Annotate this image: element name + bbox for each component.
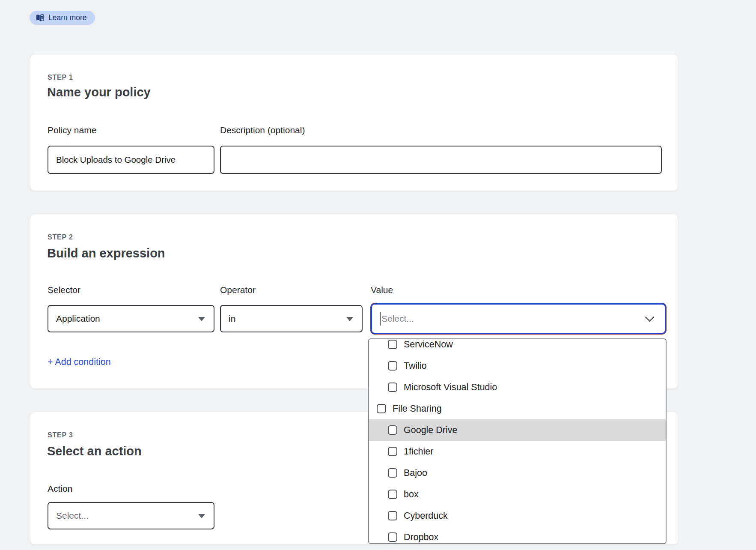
option-label: Dropbox: [404, 532, 438, 543]
checkbox[interactable]: [377, 404, 386, 413]
option-label: ServiceNow: [404, 339, 453, 350]
checkbox[interactable]: [388, 447, 397, 456]
option-label: Google Drive: [404, 425, 457, 436]
step2-title: Build an expression: [47, 246, 165, 260]
dropdown-option[interactable]: Bajoo: [369, 462, 666, 484]
text-cursor: [380, 312, 381, 326]
selector-select[interactable]: Application: [48, 305, 214, 332]
checkbox[interactable]: [388, 361, 397, 371]
policy-name-input[interactable]: [48, 146, 214, 174]
selector-value: Application: [56, 314, 100, 324]
option-label: Microsoft Visual Studio: [404, 382, 497, 393]
dropdown-option[interactable]: Google Drive: [369, 419, 666, 441]
dropdown-option[interactable]: Cyberduck: [369, 505, 666, 526]
checkbox[interactable]: [388, 490, 397, 499]
value-placeholder: Select...: [381, 314, 414, 324]
learn-more-button[interactable]: Learn more: [30, 11, 95, 25]
caret-down-icon: [198, 317, 205, 321]
option-label: 1fichier: [404, 446, 433, 457]
dropdown-option[interactable]: Microsoft Visual Studio: [369, 377, 666, 398]
value-dropdown-menu: ServiceNow Twilio Microsoft Visual Studi…: [368, 338, 667, 544]
description-label: Description (optional): [220, 125, 305, 135]
dropdown-option[interactable]: File Sharing: [369, 398, 666, 419]
option-label: Bajoo: [404, 468, 427, 478]
operator-value: in: [229, 314, 235, 324]
step3-title: Select an action: [47, 444, 142, 458]
operator-label: Operator: [220, 285, 256, 295]
caret-down-icon: [198, 514, 205, 518]
step1-card: STEP 1 Name your policy Policy name Desc…: [30, 54, 678, 191]
action-label: Action: [48, 484, 72, 494]
option-label: box: [404, 489, 419, 500]
policy-name-label: Policy name: [48, 125, 96, 135]
description-input[interactable]: [220, 146, 662, 174]
option-label: Cyberduck: [404, 511, 448, 521]
checkbox[interactable]: [388, 511, 397, 520]
dropdown-option[interactable]: 1fichier: [369, 441, 666, 462]
learn-more-label: Learn more: [48, 13, 87, 22]
dropdown-option[interactable]: ServiceNow: [369, 338, 666, 355]
checkbox[interactable]: [388, 425, 397, 435]
dropdown-option[interactable]: box: [369, 484, 666, 505]
checkbox[interactable]: [388, 340, 397, 349]
selector-label: Selector: [48, 285, 80, 295]
dropdown-option[interactable]: Twilio: [369, 355, 666, 377]
checkbox[interactable]: [388, 532, 397, 542]
option-label: File Sharing: [393, 404, 442, 414]
book-icon: [36, 14, 45, 21]
option-label: Twilio: [404, 361, 427, 371]
dropdown-option[interactable]: Dropbox: [369, 526, 666, 544]
caret-down-icon: [346, 317, 353, 321]
add-condition-link[interactable]: + Add condition: [48, 357, 111, 368]
step2-step-label: STEP 2: [48, 233, 73, 241]
value-label: Value: [371, 285, 393, 295]
operator-select[interactable]: in: [220, 305, 363, 332]
step3-step-label: STEP 3: [48, 431, 73, 439]
step1-title: Name your policy: [47, 85, 151, 99]
checkbox[interactable]: [388, 468, 397, 478]
value-combobox[interactable]: Select...: [371, 303, 666, 334]
step1-step-label: STEP 1: [48, 74, 73, 81]
action-placeholder: Select...: [56, 511, 89, 521]
chevron-down-icon: [645, 313, 654, 322]
dropdown-option-list: ServiceNow Twilio Microsoft Visual Studi…: [369, 338, 666, 544]
checkbox[interactable]: [388, 383, 397, 392]
action-select[interactable]: Select...: [48, 502, 214, 529]
